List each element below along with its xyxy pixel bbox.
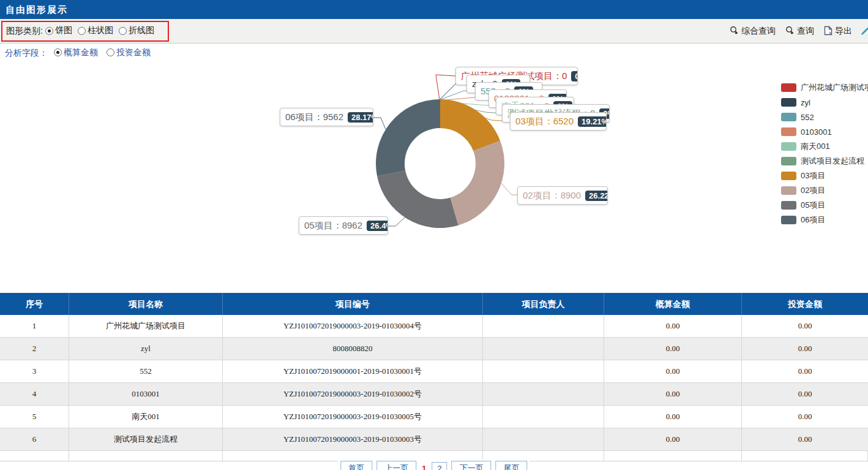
page-首页[interactable]: 首页: [340, 461, 372, 470]
pie-chart-area: 广州花城广场测试项目：00%zyl：00%552：00%0103001：00%南…: [0, 63, 868, 293]
legend-item-06项目[interactable]: 06项目: [781, 213, 868, 227]
chart-type-highlight-frame: 图形类别: 饼图柱状图折线图: [1, 21, 169, 42]
edit-pen-icon[interactable]: [860, 26, 868, 39]
table-cell: YZJ1010072019000003-2019-01030004号: [223, 315, 483, 337]
callout-text: 06项目：9562: [285, 112, 343, 123]
legend-item-广州花城广场测试项目[interactable]: 广州花城广场测试项目: [781, 80, 868, 95]
callout-06项目: 06项目：956228.17%: [280, 108, 373, 126]
table-cell: 0.00: [604, 428, 742, 450]
free-graphics-page: 自由图形展示 图形类别: 饼图柱状图折线图 综合查询查询导出 分析字段： 概算金…: [0, 0, 868, 470]
page-2[interactable]: 2: [432, 462, 447, 470]
table-row-5[interactable]: 5南天001YZJ1010072019000003-2019-01030005号…: [0, 406, 868, 428]
action-label: 查询: [797, 26, 814, 37]
table-cell: [483, 406, 604, 428]
legend-item-552[interactable]: 552: [781, 110, 868, 124]
radio-chart-type-label: 柱状图: [88, 25, 113, 36]
page-上一页[interactable]: 上一页: [376, 461, 416, 470]
table-row-6[interactable]: 6测试项目发起流程YZJ1010072019000003-2019-010300…: [0, 428, 868, 451]
table-cell: YZJ1010072019000001-2019-01030001号: [223, 360, 483, 382]
radio-field-label: 概算金额: [64, 47, 98, 58]
radio-field-dot[interactable]: [54, 48, 62, 56]
table-row-3[interactable]: 3552YZJ1010072019000001-2019-01030001号0.…: [0, 360, 868, 383]
radio-chart-type-dot[interactable]: [119, 27, 127, 35]
radio-field-投资金额[interactable]: 投资金额: [107, 47, 151, 58]
page-下一页[interactable]: 下一页: [452, 461, 492, 470]
analysis-field-bar: 分析字段： 概算金额投资金额: [0, 44, 868, 63]
toolbar-actions: 综合查询查询导出: [730, 19, 852, 44]
action-导出[interactable]: 导出: [824, 26, 852, 37]
table-cell: 4: [0, 383, 69, 405]
legend-item-05项目[interactable]: 05项目: [781, 198, 868, 213]
table-cell: 0.00: [742, 406, 868, 428]
legend-item-测试项目发起流程[interactable]: 测试项目发起流程: [781, 154, 868, 169]
analysis-field-radio-group: 概算金额投资金额: [54, 47, 159, 59]
pie-slice-02项目[interactable]: [450, 141, 504, 226]
page-尾页[interactable]: 尾页: [496, 461, 528, 470]
callout-05项目: 05项目：896226.4%: [299, 216, 388, 235]
table-cell: zyl: [69, 338, 223, 360]
action-label: 导出: [835, 26, 852, 37]
table-cell: 0.00: [742, 383, 868, 405]
table-cell: 0.00: [742, 338, 868, 360]
page-1: 1: [421, 463, 427, 470]
table-cell: [483, 428, 604, 450]
table-cell: 0.00: [742, 315, 868, 337]
radio-chart-type-label: 饼图: [55, 25, 72, 36]
table-header-项目负责人: 项目负责人: [483, 293, 604, 315]
radio-chart-type-折线图[interactable]: 折线图: [119, 25, 154, 36]
radio-chart-type-dot[interactable]: [45, 27, 53, 35]
table-header-投资金额: 投资金额: [742, 293, 868, 315]
table-cell: [483, 338, 604, 360]
callout-02项目: 02项目：890026.22%: [517, 186, 608, 205]
table-cell: 广州花城广场测试项目: [69, 315, 223, 337]
table-cell: 0.00: [604, 383, 742, 405]
callout-03项目: 03项目：652019.21%: [510, 112, 607, 131]
chart-toolbar: 图形类别: 饼图柱状图折线图 综合查询查询导出: [0, 19, 868, 44]
search-icon: [785, 26, 795, 37]
callout-percent-badge: 26.4%: [367, 221, 388, 231]
action-查询[interactable]: 查询: [785, 26, 814, 37]
table-cell: YZJ1010072019000003-2019-01030002号: [223, 383, 483, 405]
action-label: 综合查询: [741, 26, 776, 37]
legend-item-03项目[interactable]: 03项目: [781, 169, 868, 183]
legend-item-zyl[interactable]: zyl: [781, 95, 868, 110]
action-综合查询[interactable]: 综合查询: [730, 26, 776, 37]
radio-chart-type-label: 折线图: [129, 25, 154, 36]
radio-chart-type-dot[interactable]: [78, 27, 86, 35]
table-header-项目名称: 项目名称: [69, 293, 223, 315]
legend-swatch: [781, 113, 796, 121]
radio-chart-type-饼图[interactable]: 饼图: [45, 25, 72, 36]
radio-field-概算金额[interactable]: 概算金额: [54, 47, 98, 58]
table-cell: 0.00: [604, 360, 742, 382]
table-cell: 2: [0, 338, 69, 360]
table-cell: 552: [69, 360, 223, 382]
legend-item-南天001[interactable]: 南天001: [781, 139, 868, 154]
table-row-2[interactable]: 2zyl80080088200.000.00: [0, 338, 868, 360]
callout-percent-badge: 0%: [571, 71, 578, 81]
donut-chart[interactable]: [0, 63, 868, 293]
legend-item-02项目[interactable]: 02项目: [781, 183, 868, 198]
table-cell: 3: [0, 360, 69, 382]
chart-legend: 广州花城广场测试项目zyl5520103001南天001测试项目发起流程03项目…: [781, 80, 868, 227]
legend-label: 0103001: [801, 127, 832, 137]
export-icon: [824, 26, 832, 37]
pagination: 首页上一页12下一页尾页: [338, 460, 529, 470]
table-row-1[interactable]: 1广州花城广场测试项目YZJ1010072019000003-2019-0103…: [0, 315, 868, 338]
legend-label: 05项目: [801, 200, 825, 211]
table-cell-empty: [742, 451, 868, 461]
radio-chart-type-柱状图[interactable]: 柱状图: [78, 25, 113, 36]
table-cell: 0.00: [742, 360, 868, 382]
pie-slice-05项目[interactable]: [377, 170, 458, 228]
pie-slice-06项目[interactable]: [376, 99, 440, 176]
legend-item-0103001[interactable]: 0103001: [781, 124, 868, 139]
table-header-序号: 序号: [0, 293, 69, 315]
table-cell: 测试项目发起流程: [69, 428, 223, 450]
legend-label: 02项目: [801, 185, 825, 196]
radio-field-dot[interactable]: [107, 48, 114, 56]
table-cell: 1: [0, 315, 69, 337]
table-body: 1广州花城广场测试项目YZJ1010072019000003-2019-0103…: [0, 315, 868, 451]
chart-type-label: 图形类别:: [6, 26, 43, 37]
callout-text: 02项目：8900: [523, 190, 581, 202]
table-row-4[interactable]: 40103001YZJ1010072019000003-2019-0103000…: [0, 383, 868, 406]
legend-label: 03项目: [801, 170, 825, 181]
